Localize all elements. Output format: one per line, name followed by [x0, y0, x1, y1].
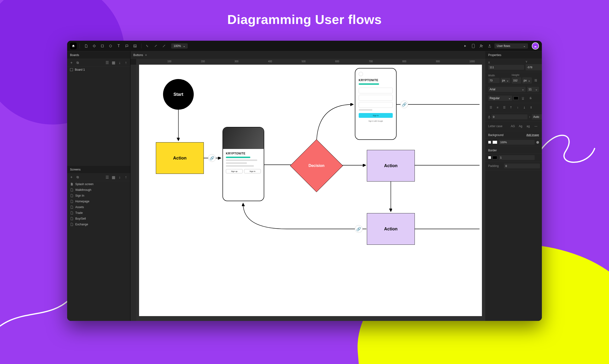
sort-up-icon[interactable]: ↑	[124, 175, 128, 179]
valign-bot-icon[interactable]: ⤓	[521, 104, 527, 111]
screen-item[interactable]: Homepage	[67, 198, 130, 204]
width-input[interactable]	[488, 78, 500, 83]
main-toolbar: T 100%⌄ User flows⌄	[67, 41, 542, 51]
screens-tools: + ☰ ▦ ↓ ↑	[67, 174, 130, 181]
grid-view-icon[interactable]: ▦	[111, 61, 115, 65]
screen-item[interactable]: Buy/Sell	[67, 216, 130, 221]
case-upper[interactable]: AG	[510, 123, 516, 129]
link-icon[interactable]: 🔗	[208, 154, 216, 162]
svg-rect-6	[77, 62, 79, 64]
sort-up-icon[interactable]: ↑	[124, 61, 128, 65]
border-enabled-checkbox[interactable]: ✓	[488, 156, 491, 159]
rect-tool-icon[interactable]	[99, 43, 106, 49]
valign-top-icon[interactable]: ⤒	[508, 104, 514, 111]
strike-icon[interactable]: S	[527, 95, 534, 101]
valign-stretch-icon[interactable]: ⇕	[528, 104, 534, 111]
border-color-swatch[interactable]	[492, 156, 497, 159]
underline-icon[interactable]: U	[520, 95, 526, 101]
duplicate-screen-icon[interactable]	[76, 175, 80, 179]
flow-decision-node[interactable]: Decision	[290, 139, 343, 192]
opacity-input[interactable]	[499, 140, 535, 145]
flow-action-node-1[interactable]: Action	[156, 142, 204, 174]
border-width-input[interactable]	[499, 155, 535, 160]
add-screen-icon[interactable]: +	[69, 175, 73, 179]
flow-action-node-3[interactable]: Action	[367, 213, 415, 245]
zoom-select[interactable]: 100%⌄	[171, 43, 188, 49]
list-view-icon[interactable]: ☰	[105, 175, 109, 179]
circle-tool-icon[interactable]	[107, 43, 114, 49]
height-input[interactable]	[512, 77, 521, 84]
flow-screen-phone-1[interactable]: KRYPTONITE Sign upSign in	[222, 127, 264, 201]
auto-select[interactable]: Auto	[532, 114, 542, 119]
link-icon[interactable]: 🔗	[355, 225, 362, 233]
view-select[interactable]: User flows⌄	[494, 43, 528, 49]
line-height-icon: A̲	[488, 114, 490, 120]
padding-label: Padding	[488, 164, 502, 168]
svg-rect-7	[77, 176, 78, 178]
close-tab-icon[interactable]: ×	[145, 53, 147, 57]
width-unit[interactable]: px⌄	[501, 78, 510, 83]
canvas-viewport[interactable]: Start Action 🔗 KRYPTONITE Sign upSign in	[136, 65, 485, 321]
lock-aspect-icon[interactable]: ⛓	[533, 77, 539, 84]
share-icon[interactable]	[478, 43, 485, 49]
font-size-select[interactable]: 11⌄	[527, 87, 539, 92]
home-button[interactable]	[70, 43, 77, 49]
comment-tool-icon[interactable]	[124, 43, 130, 49]
case-lower[interactable]: ag	[525, 123, 531, 129]
letter-case-label: Letter case	[488, 125, 508, 128]
list-view-icon[interactable]: ☰	[105, 61, 109, 65]
connector-straight-icon[interactable]	[144, 43, 151, 49]
bg-enabled-checkbox[interactable]: ✓	[488, 141, 491, 144]
opacity-slider[interactable]	[539, 142, 539, 143]
screen-item[interactable]: Sign In	[67, 193, 130, 198]
text-color-swatch[interactable]	[513, 96, 518, 100]
y-input[interactable]	[526, 64, 542, 70]
tab-buttons[interactable]: Buttons	[133, 53, 143, 57]
flow-start-node[interactable]: Start	[163, 79, 194, 110]
screen-item[interactable]: Splash screen	[67, 181, 130, 187]
flow-screen-phone-2[interactable]: KRYPTONITE Sign in Sign in with Google	[355, 68, 397, 140]
screens-panel-title: Screens	[67, 166, 130, 174]
case-none[interactable]: —	[533, 123, 539, 129]
connector-line-icon[interactable]	[161, 43, 167, 49]
align-right-icon[interactable]: ☰	[501, 104, 507, 111]
connector-curve-icon[interactable]	[152, 43, 159, 49]
page-tool-icon[interactable]	[83, 43, 89, 49]
flow-action-node-2[interactable]: Action	[367, 150, 415, 182]
link-icon[interactable]: 🔗	[401, 101, 408, 108]
image-tool-icon[interactable]	[132, 43, 138, 49]
text-tool-icon[interactable]: T	[115, 43, 122, 49]
export-icon[interactable]	[486, 43, 493, 49]
screen-item[interactable]: Walkthrough	[67, 187, 130, 193]
screen-item[interactable]: Exchange	[67, 221, 130, 227]
device-preview-icon[interactable]	[470, 43, 477, 49]
screen-item[interactable]: Assets	[67, 204, 130, 210]
bg-color-swatch[interactable]	[492, 141, 497, 144]
align-center-icon[interactable]: ≡	[494, 104, 501, 111]
font-family-select[interactable]: Arial⌄	[488, 87, 526, 92]
canvas[interactable]: Start Action 🔗 KRYPTONITE Sign upSign in	[139, 65, 482, 316]
line-height-input[interactable]	[492, 115, 527, 119]
board-label: Board 1	[75, 68, 85, 71]
screens-list: Splash screenWalkthroughSign InHomepageA…	[67, 181, 130, 321]
board-item[interactable]: Board 1	[67, 66, 130, 73]
padding-input[interactable]	[504, 164, 540, 168]
auto-lineheight-icon: ↕	[529, 114, 530, 120]
align-left-icon[interactable]: ☰	[488, 104, 494, 111]
case-title[interactable]: Ag	[517, 123, 524, 129]
add-board-icon[interactable]: +	[69, 61, 73, 65]
screen-item[interactable]: Trade	[67, 210, 130, 216]
add-image-link[interactable]: Add image	[526, 133, 539, 137]
play-icon[interactable]	[462, 43, 469, 49]
grid-view-icon[interactable]: ▦	[111, 175, 115, 179]
sort-down-icon[interactable]: ↓	[118, 61, 122, 65]
duplicate-icon[interactable]	[76, 61, 80, 65]
valign-mid-icon[interactable]: ↕	[514, 104, 521, 111]
sort-down-icon[interactable]: ↓	[118, 175, 122, 179]
diamond-tool-icon[interactable]	[91, 43, 97, 49]
border-label: Border	[488, 149, 497, 152]
x-input[interactable]	[488, 65, 524, 70]
height-unit[interactable]: px⌄	[522, 77, 532, 84]
user-avatar[interactable]	[532, 42, 539, 50]
font-weight-select[interactable]: Regular⌄	[488, 96, 512, 101]
